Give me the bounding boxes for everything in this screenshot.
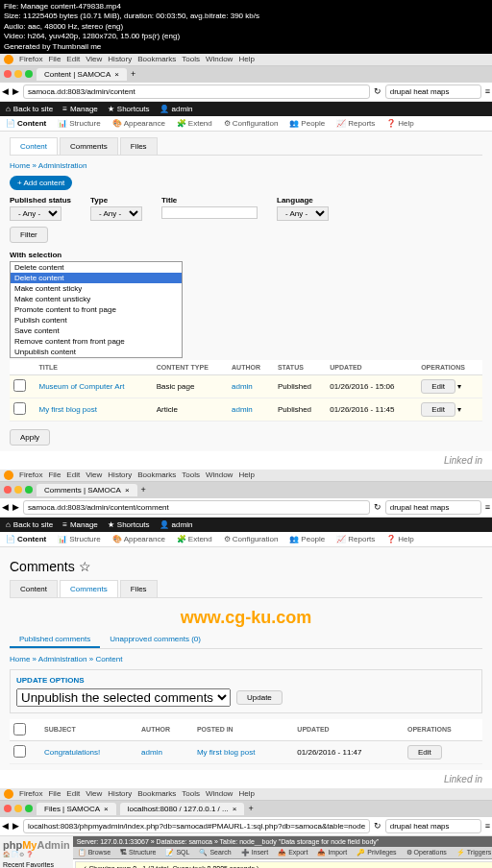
forward-button[interactable]: ▶ xyxy=(12,821,19,831)
reload-icon[interactable]: ↻ xyxy=(374,502,381,512)
th-author[interactable]: AUTHOR xyxy=(137,719,193,741)
minimize-window[interactable] xyxy=(14,486,22,494)
menu-firefox[interactable]: Firefox xyxy=(19,470,42,480)
close-tab-icon[interactable]: × xyxy=(104,805,109,813)
tool-structure[interactable]: 📊 Structure xyxy=(58,535,100,543)
star-icon[interactable] xyxy=(79,559,91,574)
apply-button[interactable]: Apply xyxy=(10,429,50,446)
menu-history[interactable]: History xyxy=(108,470,132,480)
manage-button[interactable]: ≡ Manage xyxy=(62,105,98,113)
select-published-status[interactable]: - Any - xyxy=(10,206,62,221)
browser-search[interactable] xyxy=(385,819,481,833)
with-selection-dropdown[interactable]: Delete content Delete content Make conte… xyxy=(10,261,183,358)
edit-button[interactable]: Edit xyxy=(421,402,455,417)
th-subject[interactable]: SUBJECT xyxy=(40,719,137,741)
tool-content[interactable]: 📄 Content xyxy=(6,535,46,543)
tool-configuration[interactable]: ⚙ Configuration xyxy=(224,119,279,128)
menu-window[interactable]: Window xyxy=(206,470,233,480)
menu-history[interactable]: History xyxy=(108,789,132,799)
tool-structure[interactable]: 📊 Structure xyxy=(58,119,100,128)
dd-option[interactable]: Save content xyxy=(11,326,182,336)
pma-tab-export[interactable]: 📤 Export xyxy=(273,847,312,858)
pma-breadcrumb[interactable]: Server: 127.0.0.1:33067 » Database: samo… xyxy=(73,836,492,847)
pma-tab-browse[interactable]: 📋 Browse xyxy=(73,847,115,858)
add-content-button[interactable]: + Add content xyxy=(10,176,72,190)
select-language[interactable]: - Any - xyxy=(277,206,329,221)
breadcrumb[interactable]: Home » Administration xyxy=(10,161,482,170)
admin-user[interactable]: 👤 admin xyxy=(160,105,193,113)
browser-tab[interactable]: Comments | SAMOCA × xyxy=(37,484,137,496)
browser-tab[interactable]: Content | SAMOCA × xyxy=(37,68,127,81)
tab-content[interactable]: Content xyxy=(10,137,58,155)
menu-help[interactable]: Help xyxy=(238,789,254,799)
select-type[interactable]: - Any - xyxy=(90,206,142,221)
select-all-checkbox[interactable] xyxy=(13,723,26,735)
pma-tab-insert[interactable]: ➕ Insert xyxy=(236,847,274,858)
menu-icon[interactable]: ≡ xyxy=(485,502,490,512)
reload-icon[interactable]: ↻ xyxy=(374,86,381,96)
admin-user[interactable]: 👤 admin xyxy=(160,520,193,529)
browser-search[interactable] xyxy=(385,500,481,515)
th-updated[interactable]: UPDATED xyxy=(293,719,404,741)
maximize-window[interactable] xyxy=(25,486,33,494)
pma-tab-operations[interactable]: ⚙ Operations xyxy=(402,847,452,858)
menu-help[interactable]: Help xyxy=(238,470,254,480)
tab-content[interactable]: Content xyxy=(10,580,58,597)
filter-button[interactable]: Filter xyxy=(10,227,48,243)
dd-option[interactable]: Make content unsticky xyxy=(11,294,182,304)
menu-edit[interactable]: Edit xyxy=(66,55,80,64)
th-posted-in[interactable]: POSTED IN xyxy=(193,719,293,741)
tab-comments[interactable]: Comments xyxy=(60,137,118,155)
tab-files[interactable]: Files xyxy=(120,580,158,597)
menu-help[interactable]: Help xyxy=(238,55,254,64)
new-tab-button[interactable]: + xyxy=(141,485,146,494)
dd-option[interactable]: Delete content xyxy=(11,262,182,273)
menu-history[interactable]: History xyxy=(108,55,132,64)
tool-reports[interactable]: 📈 Reports xyxy=(336,535,375,543)
maximize-window[interactable] xyxy=(25,805,33,812)
tool-extend[interactable]: 🧩 Extend xyxy=(177,535,212,543)
new-tab-button[interactable]: + xyxy=(248,804,253,813)
cell-subject[interactable]: Congratulations! xyxy=(40,740,137,763)
menu-tools[interactable]: Tools xyxy=(182,55,200,64)
menu-view[interactable]: View xyxy=(86,789,102,799)
subtab-unapproved[interactable]: Unapproved comments (0) xyxy=(100,632,210,648)
tool-content[interactable]: 📄 Content xyxy=(6,119,46,128)
close-tab-icon[interactable]: × xyxy=(125,486,130,494)
reload-icon[interactable]: ↻ xyxy=(374,821,381,831)
tool-help[interactable]: ❓ Help xyxy=(386,535,413,543)
dd-option-selected[interactable]: Delete content xyxy=(11,273,182,283)
dd-option[interactable]: Promote content to front page xyxy=(11,304,182,315)
menu-edit[interactable]: Edit xyxy=(66,470,80,480)
address-input[interactable] xyxy=(23,84,370,99)
forward-button[interactable]: ▶ xyxy=(12,86,19,96)
pma-tab-sql[interactable]: 📝 SQL xyxy=(160,847,194,858)
close-window[interactable] xyxy=(4,70,12,78)
tab-files[interactable]: Files xyxy=(120,137,158,155)
breadcrumb-2[interactable]: Home » Administration » Content xyxy=(10,655,482,663)
menu-firefox[interactable]: Firefox xyxy=(19,789,42,799)
menu-view[interactable]: View xyxy=(86,470,102,480)
pma-tab-search[interactable]: 🔍 Search xyxy=(194,847,235,858)
cell-author[interactable]: admin xyxy=(228,374,274,398)
tool-help[interactable]: ❓ Help xyxy=(386,119,413,128)
cell-author[interactable]: admin xyxy=(137,740,193,763)
manage-button[interactable]: ≡ Manage xyxy=(62,520,98,529)
tool-reports[interactable]: 📈 Reports xyxy=(336,119,375,128)
dd-option[interactable]: Make content sticky xyxy=(11,283,182,294)
back-button[interactable]: ◀ xyxy=(2,502,9,512)
menu-view[interactable]: View xyxy=(86,55,102,64)
row-checkbox[interactable] xyxy=(13,745,26,758)
new-tab-button[interactable]: + xyxy=(131,69,135,79)
update-button[interactable]: Update xyxy=(236,690,283,705)
address-input[interactable] xyxy=(23,500,370,515)
close-window[interactable] xyxy=(4,486,12,494)
tool-appearance[interactable]: 🎨 Appearance xyxy=(112,119,165,128)
tool-extend[interactable]: 🧩 Extend xyxy=(177,119,212,128)
menu-bookmarks[interactable]: Bookmarks xyxy=(137,55,176,64)
menu-file[interactable]: File xyxy=(48,470,61,480)
address-input[interactable] xyxy=(23,819,370,833)
tool-people[interactable]: 👥 People xyxy=(289,535,325,543)
close-tab-icon[interactable]: × xyxy=(233,805,237,813)
recent-favorites[interactable]: Recent Favorites xyxy=(3,861,70,868)
